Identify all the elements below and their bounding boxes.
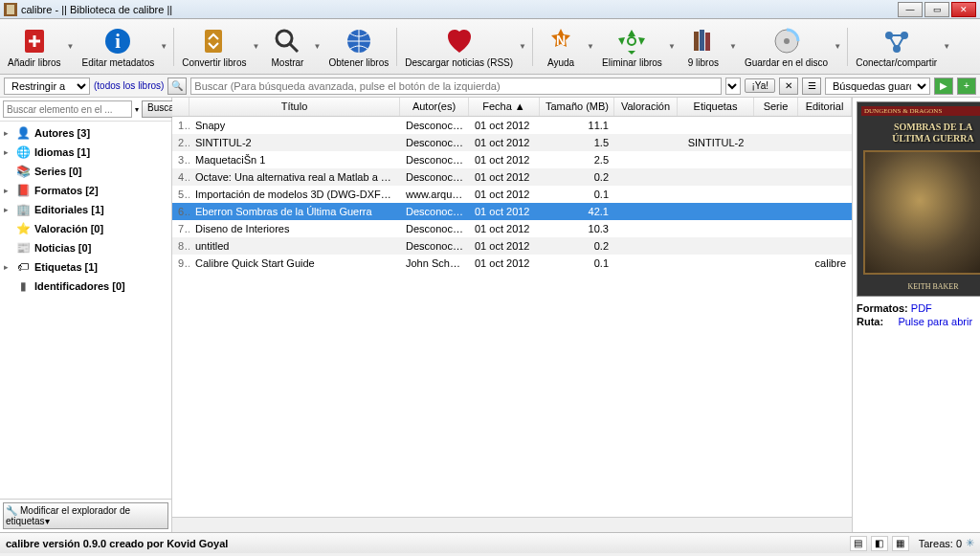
go-button[interactable]: ¡Ya! (745, 78, 775, 93)
jobs-label[interactable]: Tareas: 0 (919, 538, 962, 549)
expand-icon[interactable]: ▸ (4, 262, 15, 272)
cell-serie (754, 211, 798, 212)
book-row[interactable]: 9Calibre Quick Start GuideJohn Schember0… (172, 255, 852, 272)
save-search-button[interactable]: ▶ (934, 78, 953, 95)
clear-search-button[interactable]: ✕ (779, 78, 798, 95)
toolbar-heart-button[interactable]: Descargar noticias (RSS) (401, 24, 517, 70)
toolbar-disc-button[interactable]: Guardar en el disco (741, 24, 832, 70)
book-list-body[interactable]: 1SnapyDesconocido01 oct 201211.12SINTITU… (172, 117, 852, 517)
cell-serie (754, 124, 798, 126)
col-serie[interactable]: Serie (754, 98, 798, 116)
sidebar-item[interactable]: ▸🏢Editoriales [1] (0, 200, 171, 219)
cell-num: 2 (172, 136, 189, 149)
recycle-icon (616, 26, 647, 56)
globe-icon (344, 26, 374, 56)
restrict-select[interactable]: Restringir a (4, 78, 90, 95)
cell-title: Importación de modelos 3D (DWG-DXF) - CU… (189, 188, 400, 201)
category-icon: ▮ (15, 278, 31, 294)
sidebar-item[interactable]: 📰Noticias [0] (0, 238, 171, 257)
toolbar-dropdown[interactable]: ▼ (313, 42, 323, 51)
toolbar-help-button[interactable]: NAyuda (537, 24, 585, 70)
close-button[interactable]: ✕ (951, 2, 976, 17)
toolbar-dropdown[interactable]: ▼ (587, 42, 596, 51)
col-number[interactable] (172, 98, 189, 116)
modify-tag-browser-button[interactable]: 🔧Modificar el explorador de etiquetas▾ (3, 502, 168, 529)
col-title[interactable]: Título (189, 98, 400, 116)
sidebar-item[interactable]: ▮Identificadores [0] (0, 277, 171, 296)
expand-icon[interactable]: ▸ (4, 205, 15, 214)
toolbar-lens-button[interactable]: Mostrar (263, 24, 311, 70)
toolbar-library-button[interactable]: 9 libros (679, 24, 727, 70)
sidebar-item[interactable]: ▸📕Formatos [2] (0, 181, 171, 200)
toolbar-dropdown[interactable]: ▼ (729, 42, 739, 51)
toolbar-label: Conectar/compartir (856, 57, 937, 68)
toolbar-info-button[interactable]: iEditar metadatos (78, 24, 159, 70)
book-row[interactable]: 5Importación de modelos 3D (DWG-DXF) - C… (172, 186, 852, 203)
toolbar-dropdown[interactable]: ▼ (834, 42, 843, 51)
path-link[interactable]: Pulse para abrir (898, 316, 972, 327)
grid-button[interactable]: ▦ (892, 536, 909, 551)
toolbar-share-button[interactable]: Conectar/compartir (852, 24, 941, 70)
category-icon: 🏷 (15, 259, 31, 275)
col-date[interactable]: Fecha ▲ (469, 98, 540, 116)
cell-date: 01 oct 2012 (469, 205, 540, 218)
sidebar-item[interactable]: ▸🏷Etiquetas [1] (0, 257, 171, 277)
col-size[interactable]: Tamaño (MB) (540, 98, 614, 116)
book-row[interactable]: 6Eberron Sombras de la Última GuerraDesc… (172, 203, 852, 220)
col-publisher[interactable]: Editorial (798, 98, 852, 116)
toolbar-add-book-button[interactable]: Añadir libros (4, 24, 65, 70)
cell-rating (614, 159, 678, 161)
expand-icon[interactable]: ▸ (4, 128, 15, 138)
toolbar-dropdown[interactable]: ▼ (252, 42, 261, 51)
toolbar-globe-button[interactable]: Obtener libros (324, 24, 392, 70)
toolbar-dropdown[interactable]: ▼ (668, 42, 678, 51)
book-row[interactable]: 7Diseno de InterioresDesconocido01 oct 2… (172, 220, 852, 237)
book-row[interactable]: 8untitledDesconocido01 oct 20120.2 (172, 237, 852, 255)
formats-link[interactable]: PDF (911, 302, 932, 314)
cell-title: Eberron Sombras de la Última Guerra (189, 205, 400, 218)
search-history-select[interactable] (725, 78, 741, 95)
sidebar-search-input[interactable] (3, 100, 132, 118)
toolbar-dropdown[interactable]: ▼ (67, 42, 77, 51)
toolbar-dropdown[interactable]: ▼ (519, 42, 528, 51)
path-label: Ruta: (857, 316, 883, 327)
toolbar-dropdown[interactable]: ▼ (943, 42, 952, 51)
sidebar-item[interactable]: ▸🌐Idiomas [1] (0, 143, 171, 162)
book-row[interactable]: 3MaquetaciŠn 1Desconocido01 oct 20122.5 (172, 151, 852, 168)
layout-button[interactable]: ▤ (850, 536, 867, 551)
book-row[interactable]: 2SINTITUL-2Desconocido01 oct 20121.5SINT… (172, 134, 852, 151)
toolbar-dropdown[interactable]: ▼ (160, 42, 169, 51)
horizontal-scrollbar[interactable] (172, 517, 852, 532)
sidebar-item[interactable]: 📚Series [0] (0, 162, 171, 181)
cover-banner: DUNGEONS & DRAGONS (861, 106, 980, 116)
cell-title: Calibre Quick Start Guide (189, 256, 400, 270)
col-author[interactable]: Autor(es) (400, 98, 469, 116)
col-rating[interactable]: Valoración (614, 98, 678, 116)
highlight-button[interactable]: ☰ (802, 78, 821, 95)
col-tags[interactable]: Etiquetas (678, 98, 754, 116)
expand-icon[interactable]: ▸ (4, 186, 15, 195)
expand-icon[interactable]: ▸ (4, 147, 15, 157)
book-row[interactable]: 4Octave: Una alternativa real a Matlab a… (172, 168, 852, 186)
svg-text:N: N (556, 33, 566, 48)
cell-rating (614, 176, 678, 178)
toolbar-recycle-button[interactable]: Eliminar libros (598, 24, 666, 70)
book-row[interactable]: 1SnapyDesconocido01 oct 201211.1 (172, 117, 852, 134)
all-libraries-link[interactable]: (todos los libros) (94, 80, 164, 91)
cover-browser-button[interactable]: ◧ (871, 536, 888, 551)
toolbar-label: 9 libros (688, 57, 719, 68)
category-label: Series [0] (34, 166, 167, 177)
add-saved-search-button[interactable]: + (957, 78, 976, 95)
heart-icon (444, 26, 475, 56)
minimize-button[interactable]: — (898, 2, 923, 17)
advanced-search-button[interactable]: 🔍 (167, 78, 187, 95)
sidebar-item[interactable]: ⭐Valoración [0] (0, 219, 171, 238)
cell-num: 5 (172, 188, 189, 201)
toolbar-convert-button[interactable]: Convertir libros (178, 24, 250, 70)
saved-searches-select[interactable]: Búsquedas guardadas (825, 78, 930, 95)
cell-date: 01 oct 2012 (469, 188, 540, 201)
sidebar-item[interactable]: ▸👤Autores [3] (0, 123, 171, 143)
search-input[interactable] (190, 78, 722, 95)
cover-image[interactable]: DUNGEONS & DRAGONS SOMBRAS DE LA ÚLTIMA … (857, 101, 980, 297)
maximize-button[interactable]: ▭ (924, 2, 949, 17)
